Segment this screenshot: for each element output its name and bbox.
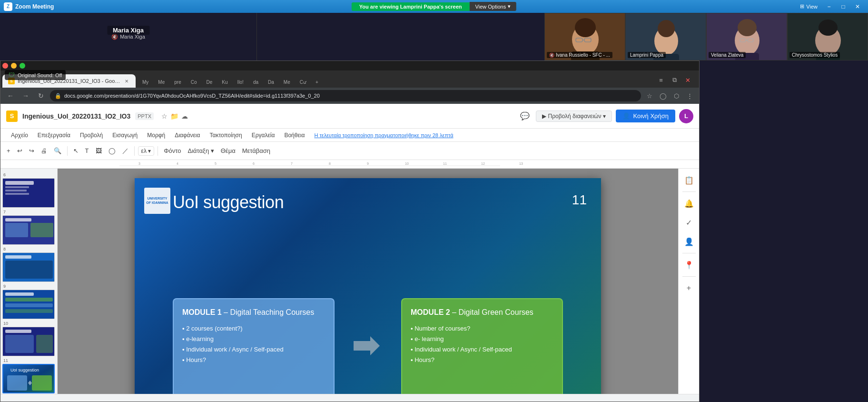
slide-thumb-10[interactable]: 10: [2, 321, 55, 356]
slideshow-button[interactable]: ▶ Προβολή διαφανειών ▾: [536, 111, 612, 122]
browser-min-btn[interactable]: −: [11, 63, 17, 69]
zoom-titlebar: Z Zoom Meeting You are viewing Lamprini …: [0, 0, 868, 13]
menu-voitheia[interactable]: Βοήθεια: [279, 129, 309, 142]
rp-location-icon[interactable]: 📍: [681, 257, 697, 272]
restore-btn[interactable]: ⧉: [669, 74, 680, 86]
inactive-tab-8[interactable]: da: [249, 76, 262, 88]
tb-sep-3: [158, 146, 158, 156]
tb-transition-btn[interactable]: Μετάβαση: [240, 144, 273, 158]
browser-max-btn[interactable]: +: [20, 63, 25, 69]
svg-marker-60: [354, 336, 380, 355]
extension-icon[interactable]: ⬡: [671, 90, 682, 101]
tab-close-icon[interactable]: ✕: [123, 78, 130, 84]
tb-cursor[interactable]: ↖: [71, 144, 81, 158]
back-button[interactable]: ←: [4, 90, 17, 102]
address-bar[interactable]: 🔒 docs.google.com/presentation/d/1G70Yqv…: [50, 90, 641, 101]
refresh-button[interactable]: ↻: [35, 90, 47, 102]
maximize-button[interactable]: □: [837, 2, 850, 11]
browser-close-btn[interactable]: ✕: [2, 63, 8, 69]
bottom-scroll-bar[interactable]: [0, 394, 699, 402]
tb-bg-btn[interactable]: Φόντο: [161, 144, 183, 158]
slide-thumb-8[interactable]: 8: [2, 247, 55, 282]
profile-icon[interactable]: ◯: [657, 90, 669, 101]
inactive-tab-9[interactable]: Da: [264, 76, 278, 88]
tb-theme-btn[interactable]: Θέμα: [218, 144, 238, 158]
window-controls: ⊞ View − □ ✕: [800, 2, 864, 11]
inactive-tab-11[interactable]: Cư: [296, 76, 310, 88]
view-options-button[interactable]: View Options ▾: [470, 2, 517, 11]
cloud-icon[interactable]: ☁: [181, 112, 188, 120]
inactive-tab-1[interactable]: My: [138, 76, 152, 88]
video-tile-1[interactable]: Lamprini Pappa: [625, 13, 706, 60]
tb-text[interactable]: T: [83, 144, 91, 158]
rp-user-icon[interactable]: 👤: [681, 234, 697, 249]
dropdown-icon: ▾: [603, 113, 606, 120]
menu-eisagogi[interactable]: Εισαγωγή: [108, 129, 142, 142]
svg-rect-48: [5, 298, 53, 302]
slide-thumb-9[interactable]: 9: [2, 284, 55, 319]
tb-layout-btn[interactable]: Διάταξη ▾: [186, 144, 217, 158]
close-button[interactable]: ✕: [851, 2, 864, 11]
video-tile-0[interactable]: 🔇 Ivana Russiello - SFC - ...: [544, 13, 625, 60]
share-button[interactable]: 👤 Κοινή Χρήση: [616, 110, 675, 122]
tb-image[interactable]: 🖼: [93, 144, 104, 158]
folder-icon[interactable]: 📁: [170, 112, 178, 120]
module-2-box: MODULE 2 – Digital Green Courses Number …: [401, 298, 563, 394]
inactive-tab-5[interactable]: De: [203, 76, 217, 88]
slide-thumb-7[interactable]: 7: [2, 210, 55, 245]
tb-font-bg[interactable]: ελ ▾: [138, 146, 155, 156]
inactive-tab-7[interactable]: Ilo!: [234, 76, 247, 88]
tb-print[interactable]: 🖨: [39, 144, 49, 158]
menu-provoli[interactable]: Προβολή: [75, 129, 108, 142]
grid-icon: ⊞: [800, 3, 804, 10]
module-1-item-3: Hours?: [182, 355, 325, 365]
menu-diafaneia[interactable]: Διαφάνεια: [170, 129, 205, 142]
menu-taktopoiisi[interactable]: Τακτοποίηση: [205, 129, 247, 142]
module-2-item-1: e- learning: [411, 334, 553, 344]
menu-arxeio[interactable]: Αρχείο: [6, 129, 33, 142]
tb-zoom-btn[interactable]: 🔍: [51, 144, 64, 158]
rp-plus-icon[interactable]: +: [681, 281, 697, 296]
rp-divider-2: [682, 253, 696, 253]
browser-close-x[interactable]: ✕: [682, 74, 693, 86]
module-2-list: Number of courses? e- learning Individua…: [411, 323, 553, 365]
inactive-tab-4[interactable]: Co: [187, 76, 201, 88]
minimize-button[interactable]: −: [822, 2, 836, 11]
module-1-title: MODULE 1 – Digital Teaching Courses: [182, 308, 325, 318]
settings-icon[interactable]: ⋮: [684, 90, 695, 101]
browser-top-row: ✕ − +: [0, 61, 699, 70]
forward-button[interactable]: →: [20, 90, 32, 102]
bookmark-icon[interactable]: ☆: [644, 90, 655, 101]
svg-text:9: 9: [367, 162, 369, 165]
inactive-tab-6[interactable]: Ku: [218, 76, 231, 88]
slide-thumb-6[interactable]: 6: [2, 172, 55, 208]
menu-morfi[interactable]: Μορφή: [142, 129, 170, 142]
tb-shapes[interactable]: ◯: [106, 144, 118, 158]
autosave-link[interactable]: Η τελευταία τροποποίηση πραγματοποιήθηκε…: [314, 132, 453, 138]
video-tile-3[interactable]: Chrysostomos Stylios: [787, 13, 868, 60]
inactive-tab-10[interactable]: Me: [280, 76, 294, 88]
participant-name-1: Lamprini Pappa: [628, 52, 666, 58]
rp-check-icon[interactable]: ✓: [681, 215, 697, 230]
user-avatar[interactable]: L: [679, 109, 693, 123]
inactive-tab-2[interactable]: Me: [154, 76, 168, 88]
view-button[interactable]: ⊞ View: [800, 3, 818, 10]
slide-thumb-11[interactable]: 11 UoI suggestion: [2, 358, 55, 393]
tb-redo[interactable]: ↪: [27, 144, 37, 158]
svg-text:13: 13: [519, 162, 523, 165]
canvas-area[interactable]: UNIVERSITYOF IOANNINA UoI suggestion 11 …: [58, 169, 678, 394]
comment-button[interactable]: 💬: [518, 109, 532, 123]
video-tile-2[interactable]: Veliana Zlateva: [706, 13, 787, 60]
inactive-tab-3[interactable]: pre: [170, 76, 185, 88]
tab-search-icon[interactable]: ≡: [655, 74, 667, 86]
star-icon[interactable]: ☆: [161, 112, 168, 120]
add-tab-btn[interactable]: +: [312, 76, 322, 88]
rp-bell-icon[interactable]: 🔔: [681, 196, 697, 211]
menu-ergaleia[interactable]: Εργαλεία: [247, 129, 280, 142]
tb-add-btn[interactable]: +: [4, 144, 13, 158]
rp-clipboard-icon[interactable]: 📋: [681, 172, 697, 188]
tb-lines[interactable]: ／: [120, 144, 131, 158]
mic-off-icon-0: 🔇: [549, 53, 554, 58]
tb-undo[interactable]: ↩: [15, 144, 25, 158]
menu-epexergasia[interactable]: Επεξεργασία: [33, 129, 75, 142]
